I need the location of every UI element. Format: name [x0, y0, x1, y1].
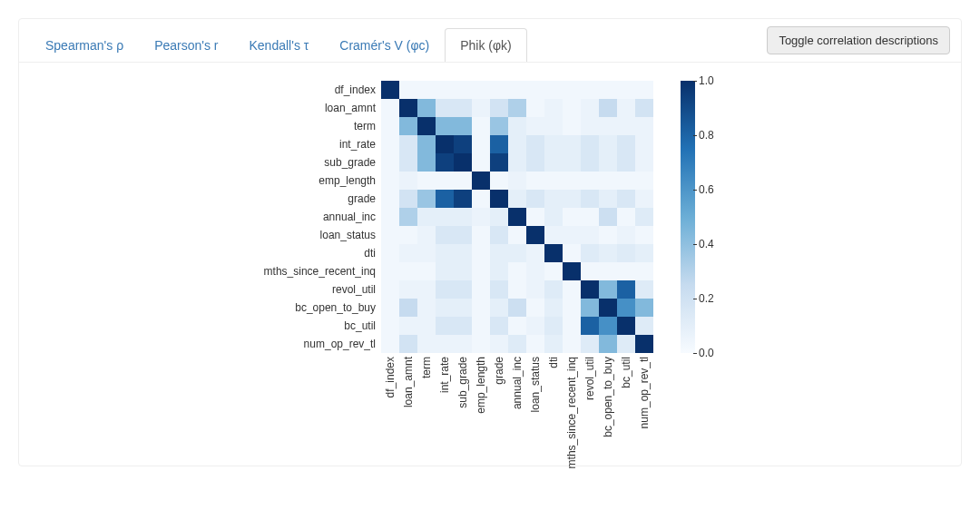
heatmap-cell	[544, 208, 563, 226]
heatmap-cell	[617, 117, 635, 135]
heatmap-cell	[599, 299, 617, 317]
topbar: Spearman's ρPearson's rKendall's τCramér…	[19, 19, 961, 63]
heatmap-cell	[526, 226, 544, 244]
heatmap-cell	[526, 172, 544, 190]
heatmap-cell	[399, 208, 417, 226]
heatmap-cell	[490, 208, 508, 226]
heatmap-cell	[617, 317, 635, 335]
heatmap-cell	[381, 99, 399, 117]
heatmap-cell	[526, 153, 544, 172]
heatmap-cell	[381, 262, 399, 280]
heatmap-cell	[526, 335, 544, 353]
heatmap-cell	[635, 99, 653, 117]
heatmap-cell	[490, 172, 508, 190]
heatmap-cell	[544, 135, 563, 153]
heatmap-cell	[635, 172, 653, 190]
heatmap-cell	[454, 208, 472, 226]
heatmap-cell	[381, 190, 399, 208]
heatmap-cell	[490, 317, 508, 335]
heatmap-chart: df_indexloan_amnttermint_ratesub_gradeem…	[19, 63, 961, 466]
x-axis-label: mths_since_recent_inq	[563, 357, 581, 438]
y-axis-label: num_op_rev_tl	[245, 335, 381, 353]
heatmap-cell	[544, 317, 563, 335]
heatmap-cell	[581, 172, 599, 190]
heatmap-cell	[454, 172, 472, 190]
heatmap-cell	[599, 208, 617, 226]
heatmap-cell	[581, 153, 599, 172]
heatmap-cell	[381, 172, 399, 190]
heatmap-cell	[454, 153, 472, 172]
x-axis-label: num_op_rev_tl	[635, 357, 653, 438]
colorbar-tick: 0.0	[699, 347, 714, 359]
heatmap-cell	[526, 299, 544, 317]
heatmap-cell	[544, 244, 563, 262]
y-axis-label: annual_inc	[245, 208, 381, 226]
y-axis-label: bc_util	[245, 317, 381, 335]
y-axis-label: bc_open_to_buy	[245, 299, 381, 317]
heatmap-cell	[508, 117, 526, 135]
heatmap-cell	[599, 99, 617, 117]
heatmap-cell	[417, 335, 436, 353]
toggle-descriptions-button[interactable]: Toggle correlation descriptions	[767, 26, 950, 54]
heatmap-cell	[599, 335, 617, 353]
heatmap-cell	[472, 153, 490, 172]
heatmap-cell	[526, 244, 544, 262]
x-axis-label: bc_open_to_buy	[599, 357, 617, 438]
heatmap-cell	[635, 153, 653, 172]
heatmap-cell	[617, 280, 635, 299]
tab-3[interactable]: Cramér's V (φc)	[324, 28, 445, 62]
heatmap-cell	[563, 117, 581, 135]
heatmap-cell	[490, 117, 508, 135]
heatmap-cell	[544, 153, 563, 172]
heatmap-cell	[417, 190, 436, 208]
heatmap-cell	[617, 81, 635, 99]
heatmap-cell	[454, 262, 472, 280]
heatmap-cell	[544, 335, 563, 353]
heatmap-cell	[399, 81, 417, 99]
heatmap-cell	[599, 153, 617, 172]
heatmap-cell	[436, 190, 454, 208]
y-axis-label: mths_since_recent_inq	[245, 262, 381, 280]
heatmap-cell	[599, 244, 617, 262]
tab-1[interactable]: Pearson's r	[139, 28, 233, 62]
heatmap-cell	[617, 135, 635, 153]
heatmap-cell	[454, 335, 472, 353]
heatmap-cell	[599, 172, 617, 190]
heatmap-cell	[436, 299, 454, 317]
heatmap-cell	[544, 226, 563, 244]
heatmap-cell	[454, 226, 472, 244]
heatmap-cell	[417, 99, 436, 117]
heatmap-cell	[436, 226, 454, 244]
colorbar: 0.00.20.40.60.81.0	[681, 81, 735, 353]
heatmap-cell	[526, 135, 544, 153]
heatmap-cell	[472, 280, 490, 299]
heatmap-cell	[599, 262, 617, 280]
heatmap-cell	[436, 153, 454, 172]
heatmap-cell	[417, 299, 436, 317]
heatmap-cell	[381, 117, 399, 135]
heatmap-cell	[381, 244, 399, 262]
heatmap-cell	[490, 135, 508, 153]
x-axis-label: int_rate	[436, 357, 454, 438]
heatmap-cell	[563, 190, 581, 208]
heatmap-cell	[472, 81, 490, 99]
colorbar-tick: 0.4	[699, 238, 714, 250]
heatmap-cell	[581, 262, 599, 280]
tab-4[interactable]: Phik (φk)	[445, 28, 527, 62]
heatmap-cell	[490, 81, 508, 99]
heatmap-cell	[472, 226, 490, 244]
heatmap-cell	[454, 190, 472, 208]
y-axis-label: emp_length	[245, 172, 381, 190]
heatmap-cell	[581, 335, 599, 353]
correlation-panel: Spearman's ρPearson's rKendall's τCramér…	[18, 18, 962, 466]
x-axis-label: dti	[544, 357, 563, 438]
heatmap-cell	[490, 280, 508, 299]
heatmap-cell	[581, 226, 599, 244]
heatmap-cell	[472, 262, 490, 280]
tab-2[interactable]: Kendall's τ	[234, 28, 325, 62]
heatmap-cell	[436, 244, 454, 262]
tab-0[interactable]: Spearman's ρ	[30, 28, 139, 62]
heatmap-cell	[454, 299, 472, 317]
heatmap-cell	[436, 172, 454, 190]
heatmap-cell	[381, 280, 399, 299]
